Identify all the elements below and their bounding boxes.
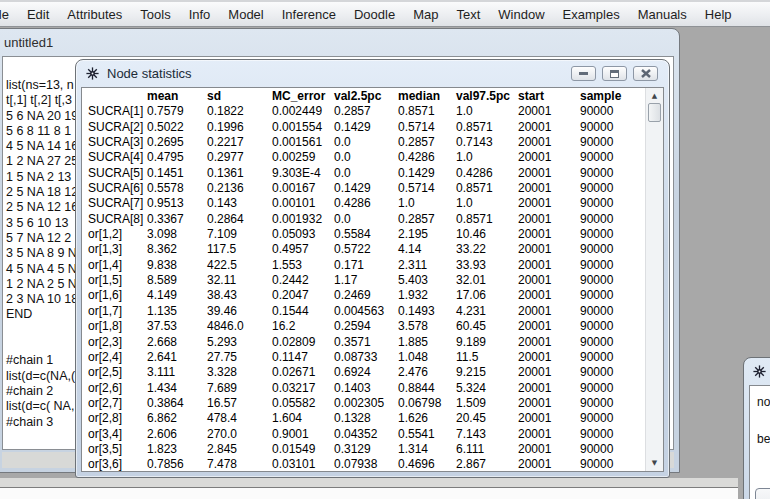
column-header: sample xyxy=(580,89,638,104)
value-cell: 1.509 xyxy=(456,396,518,411)
value-cell: 7.143 xyxy=(456,427,518,442)
minimize-button[interactable] xyxy=(571,66,596,81)
value-cell: 20001 xyxy=(518,242,580,257)
value-cell: 478.4 xyxy=(207,411,272,426)
menu-item-edit[interactable]: Edit xyxy=(27,7,49,22)
value-cell: 90000 xyxy=(580,411,638,426)
restore-button[interactable] xyxy=(602,66,627,81)
menu-item-window[interactable]: Window xyxy=(498,7,544,22)
menu-item-file[interactable]: File xyxy=(0,7,9,22)
value-cell: 90000 xyxy=(580,288,638,303)
table-row: or[1,3]8.362117.50.49570.57224.1433.2220… xyxy=(82,242,638,257)
table-row: or[1,5]8.58932.110.24421.175.40332.01200… xyxy=(82,273,638,288)
bottom-window-edge xyxy=(0,478,738,487)
value-cell: 0.07938 xyxy=(334,457,398,472)
value-cell: 90000 xyxy=(580,120,638,135)
value-cell: 0.3571 xyxy=(334,335,398,350)
node-label-cell: or[2,5] xyxy=(82,365,147,380)
value-cell: 0.08733 xyxy=(334,350,398,365)
node-label-cell: or[2,4] xyxy=(82,350,147,365)
value-cell: 2.867 xyxy=(456,457,518,472)
scrollbar-thumb[interactable] xyxy=(648,103,661,122)
table-row: SUCRA[1]0.75790.18220.0024490.28570.8571… xyxy=(82,104,638,119)
value-cell: 0.5722 xyxy=(334,242,398,257)
column-header: MC_error xyxy=(272,89,334,104)
value-cell: 0.0 xyxy=(334,166,398,181)
menu-item-help[interactable]: Help xyxy=(705,7,732,22)
menu-item-text[interactable]: Text xyxy=(456,7,480,22)
close-button[interactable] xyxy=(633,66,658,81)
table-row: or[2,7]0.386416.570.055820.0023050.06798… xyxy=(82,396,638,411)
value-cell: 0.03101 xyxy=(272,457,334,472)
value-cell: 0.1451 xyxy=(147,166,207,181)
menu-bar: FileEditAttributesToolsInfoModelInferenc… xyxy=(0,0,770,27)
scroll-up-icon[interactable]: ▲ xyxy=(646,91,663,101)
value-cell: 20001 xyxy=(518,381,580,396)
value-cell: 90000 xyxy=(580,396,638,411)
menu-item-doodle[interactable]: Doodle xyxy=(354,7,395,22)
window-controls xyxy=(571,66,658,81)
menu-item-manuals[interactable]: Manuals xyxy=(638,7,687,22)
winbugs-screen: { "menu_bar": { "items": ["File","Edit",… xyxy=(0,0,770,499)
value-cell: 20001 xyxy=(518,135,580,150)
value-cell: 0.2594 xyxy=(334,319,398,334)
value-cell: 7.109 xyxy=(207,227,272,242)
value-cell: 2.606 xyxy=(147,427,207,442)
menu-item-info[interactable]: Info xyxy=(189,7,211,22)
value-cell: 3.578 xyxy=(398,319,456,334)
menu-item-model[interactable]: Model xyxy=(228,7,263,22)
statistics-table: meansdMC_errorval2.5pcmedianval97.5pcsta… xyxy=(82,89,638,472)
value-cell: 90000 xyxy=(580,166,638,181)
value-cell: 0.5714 xyxy=(398,120,456,135)
value-cell: 0.05093 xyxy=(272,227,334,242)
node-statistics-window: Node statistics meansdMC_errorval2.5pcme… xyxy=(75,59,670,478)
value-cell: 0.1493 xyxy=(398,304,456,319)
bottom-window-strip[interactable] xyxy=(0,487,738,499)
value-cell: 16.57 xyxy=(207,396,272,411)
menu-item-examples[interactable]: Examples xyxy=(563,7,620,22)
table-row: SUCRA[5]0.14510.13619.303E-40.00.14290.4… xyxy=(82,166,638,181)
value-cell: 422.5 xyxy=(207,258,272,273)
menu-item-attributes[interactable]: Attributes xyxy=(67,7,122,22)
node-label-cell: SUCRA[5] xyxy=(82,166,147,181)
value-cell: 0.3129 xyxy=(334,442,398,457)
value-cell: 4.14 xyxy=(398,242,456,257)
value-cell: 20001 xyxy=(518,212,580,227)
value-cell: 20001 xyxy=(518,442,580,457)
value-cell: 20001 xyxy=(518,150,580,165)
value-cell: 0.8571 xyxy=(456,120,518,135)
node-label-cell: or[1,2] xyxy=(82,227,147,242)
monitor-tool-button[interactable] xyxy=(755,488,770,499)
value-cell: 0.2864 xyxy=(207,212,272,227)
value-cell: 90000 xyxy=(580,212,638,227)
value-cell: 0.4286 xyxy=(398,150,456,165)
value-cell: 0.4286 xyxy=(456,166,518,181)
menu-item-tools[interactable]: Tools xyxy=(140,7,170,22)
value-cell: 0.5714 xyxy=(398,181,456,196)
value-cell: 117.5 xyxy=(207,242,272,257)
value-cell: 1.048 xyxy=(398,350,456,365)
value-cell: 0.1147 xyxy=(272,350,334,365)
value-cell: 6.862 xyxy=(147,411,207,426)
column-header: sd xyxy=(207,89,272,104)
node-statistics-titlebar[interactable]: Node statistics xyxy=(76,60,669,87)
value-cell: 16.2 xyxy=(272,319,334,334)
menu-item-map[interactable]: Map xyxy=(413,7,438,22)
value-cell: 0.1361 xyxy=(207,166,272,181)
scroll-down-icon[interactable]: ▼ xyxy=(646,458,663,468)
value-cell: 0.004563 xyxy=(334,304,398,319)
value-cell: 1.314 xyxy=(398,442,456,457)
value-cell: 3.328 xyxy=(207,365,272,380)
restore-icon xyxy=(610,70,619,78)
menu-item-inference[interactable]: Inference xyxy=(282,7,336,22)
vertical-scrollbar[interactable]: ▲ ▼ xyxy=(645,88,663,471)
value-cell: 4.231 xyxy=(456,304,518,319)
value-cell: 7.689 xyxy=(207,381,272,396)
node-label-cell: or[2,7] xyxy=(82,396,147,411)
table-row: or[2,6]1.4347.6890.032170.14030.88445.32… xyxy=(82,381,638,396)
value-cell: 6.111 xyxy=(456,442,518,457)
monitor-tool-titlebar[interactable] xyxy=(744,358,770,385)
node-label-cell: or[1,6] xyxy=(82,288,147,303)
value-cell: 9.838 xyxy=(147,258,207,273)
node-label-cell: or[1,7] xyxy=(82,304,147,319)
